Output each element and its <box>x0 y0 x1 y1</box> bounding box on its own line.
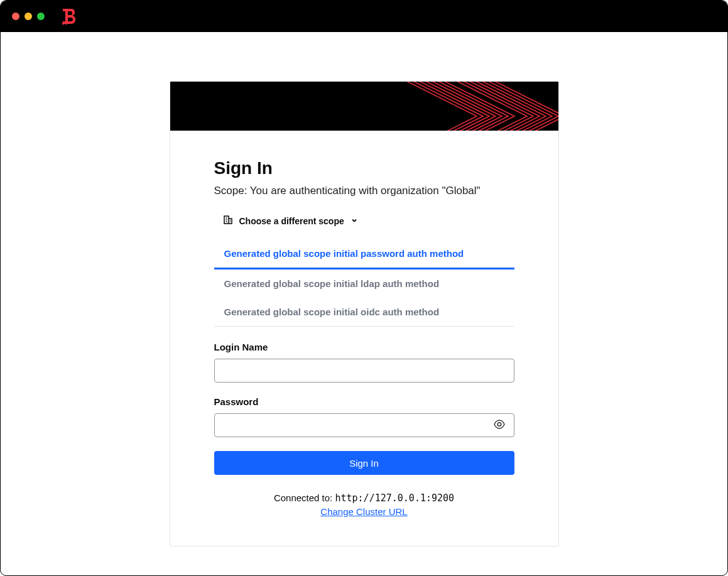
change-cluster-url-link[interactable]: Change Cluster URL <box>320 506 407 517</box>
minimize-window-button[interactable] <box>24 13 32 20</box>
page-title: Sign In <box>214 158 514 178</box>
login-name-field-group: Login Name <box>214 342 514 383</box>
login-name-input[interactable] <box>214 359 514 383</box>
choose-scope-label: Choose a different scope <box>239 216 344 226</box>
signin-button[interactable]: Sign In <box>214 451 514 475</box>
password-field-group: Password <box>214 396 514 437</box>
choose-scope-button[interactable]: Choose a different scope <box>223 215 358 227</box>
close-window-button[interactable] <box>12 13 19 20</box>
svg-rect-1 <box>65 23 67 24</box>
window-controls <box>12 13 45 20</box>
scope-description: Scope: You are authenticating with organ… <box>214 185 514 197</box>
card-header-decoration <box>170 82 558 131</box>
cluster-url-text: http://127.0.0.1:9200 <box>335 492 454 504</box>
maximize-window-button[interactable] <box>37 13 45 20</box>
content-area: Sign In Scope: You are authenticating wi… <box>1 32 727 546</box>
titlebar <box>1 1 727 32</box>
connected-to-label: Connected to: <box>274 492 335 503</box>
toggle-password-visibility-button[interactable] <box>491 416 508 435</box>
divider <box>214 326 514 327</box>
auth-method-ldap[interactable]: Generated global scope initial ldap auth… <box>214 269 514 298</box>
svg-rect-0 <box>62 23 64 24</box>
connection-footer: Connected to: http://127.0.0.1:9200 Chan… <box>214 492 514 517</box>
login-name-label: Login Name <box>214 342 514 352</box>
auth-method-password[interactable]: Generated global scope initial password … <box>214 239 514 269</box>
app-logo-icon <box>61 8 77 25</box>
auth-method-oidc[interactable]: Generated global scope initial oidc auth… <box>214 298 514 326</box>
eye-icon <box>493 418 506 433</box>
svg-point-3 <box>497 423 501 427</box>
signin-card: Sign In Scope: You are authenticating wi… <box>170 81 559 546</box>
card-body: Sign In Scope: You are authenticating wi… <box>170 131 558 546</box>
auth-method-tabs: Generated global scope initial password … <box>214 239 514 326</box>
password-input[interactable] <box>214 413 514 437</box>
app-window: Sign In Scope: You are authenticating wi… <box>0 0 728 576</box>
building-icon <box>223 215 233 227</box>
chevron-down-icon <box>350 216 358 226</box>
password-label: Password <box>214 396 514 407</box>
